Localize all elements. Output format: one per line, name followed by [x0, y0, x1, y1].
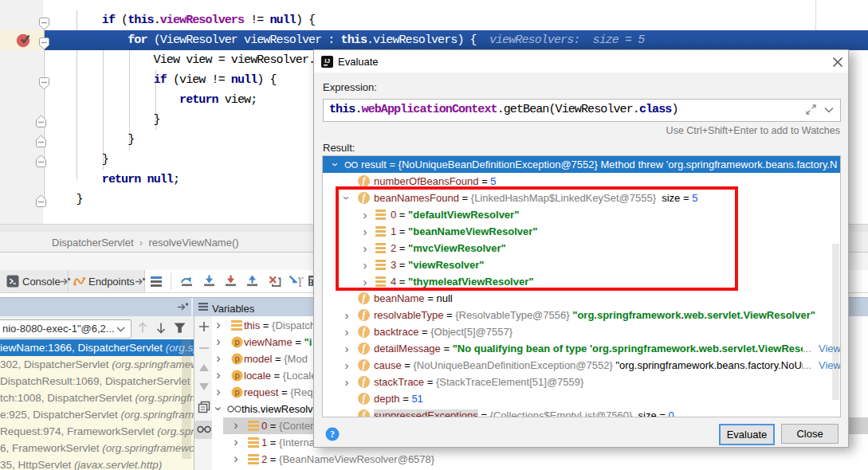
svg-text:p: p [234, 370, 239, 380]
svg-text:p: p [234, 337, 239, 347]
svg-text:p: p [234, 387, 239, 397]
svg-text:p: p [234, 354, 239, 363]
svg-text:?: ? [330, 429, 335, 440]
svg-text:IJ: IJ [324, 57, 330, 65]
